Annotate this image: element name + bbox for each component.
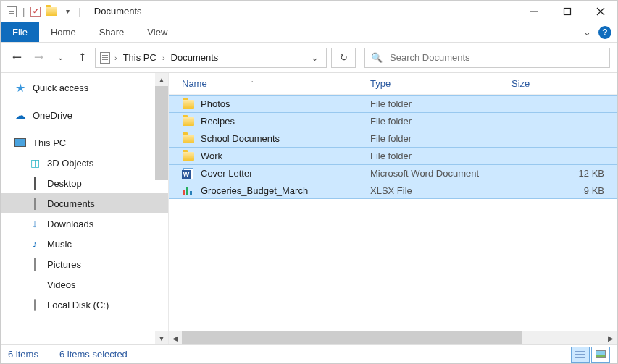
cube-icon: ◫ bbox=[30, 157, 40, 169]
status-item-count: 6 items bbox=[8, 349, 38, 360]
monitor-icon bbox=[34, 178, 36, 189]
file-name: Photos bbox=[201, 98, 230, 109]
sidebar-item[interactable]: Videos bbox=[1, 274, 168, 295]
back-button[interactable]: 🠔 bbox=[8, 49, 25, 67]
sidebar-label: Documents bbox=[47, 198, 95, 209]
chart-icon bbox=[182, 184, 195, 197]
page-icon bbox=[5, 5, 18, 18]
title-bar: | ✔ ▾ | Documents bbox=[1, 1, 617, 22]
up-button[interactable]: 🠕 bbox=[73, 49, 91, 67]
tab-view[interactable]: View bbox=[135, 22, 179, 42]
chevron-down-icon[interactable]: ⌄ bbox=[583, 27, 591, 38]
svg-rect-1 bbox=[564, 8, 571, 14]
chevron-right-icon[interactable]: › bbox=[114, 54, 117, 62]
sidebar-item[interactable]: ♪Music bbox=[1, 234, 168, 254]
file-name: Groceries_Budget_March bbox=[201, 185, 308, 196]
address-dropdown[interactable]: ⌄ bbox=[306, 52, 323, 63]
search-box[interactable]: 🔍 bbox=[364, 48, 610, 68]
file-row[interactable]: Recipes File folder bbox=[169, 112, 617, 130]
address-bar[interactable]: › This PC › Documents ⌄ bbox=[95, 48, 327, 68]
file-name: School Documents bbox=[201, 133, 280, 144]
minimize-button[interactable] bbox=[517, 1, 551, 22]
disk-icon bbox=[34, 300, 36, 310]
file-type: File folder bbox=[370, 133, 511, 144]
sidebar-item[interactable]: Pictures bbox=[1, 254, 168, 274]
file-row[interactable]: Cover Letter Microsoft Word Document 12 … bbox=[169, 164, 617, 182]
recent-dropdown[interactable]: ⌄ bbox=[51, 49, 69, 67]
file-list-pane: Name ˄ Type Size Photos File folder Reci… bbox=[169, 73, 617, 344]
checkbox-icon[interactable]: ✔ bbox=[29, 5, 42, 18]
sidebar-label: 3D Objects bbox=[47, 158, 93, 169]
sidebar-item[interactable]: ↓Downloads bbox=[1, 213, 168, 234]
forward-button[interactable]: 🠖 bbox=[30, 49, 47, 67]
sidebar-item[interactable]: ◫3D Objects bbox=[1, 153, 168, 173]
breadcrumb-item[interactable]: This PC bbox=[120, 52, 159, 63]
sidebar-item[interactable]: Desktop bbox=[1, 173, 168, 193]
sidebar-onedrive[interactable]: ☁ OneDrive bbox=[1, 105, 168, 125]
breadcrumb-item[interactable]: Documents bbox=[168, 52, 222, 63]
scroll-right-button[interactable]: ▶ bbox=[604, 331, 617, 344]
sidebar-label: Local Disk (C:) bbox=[47, 300, 109, 310]
thumbnails-view-button[interactable] bbox=[591, 347, 610, 363]
column-type-header[interactable]: Type bbox=[370, 78, 511, 89]
folder-icon bbox=[45, 5, 58, 18]
file-type: File folder bbox=[370, 116, 511, 127]
file-row[interactable]: Groceries_Budget_March XLSX File 9 KB bbox=[169, 182, 617, 199]
download-icon: ↓ bbox=[33, 218, 38, 229]
sidebar-label: Desktop bbox=[47, 178, 82, 189]
scrollbar-thumb[interactable] bbox=[155, 86, 168, 180]
chevron-down-icon[interactable]: ▾ bbox=[61, 5, 74, 18]
scrollbar-track[interactable] bbox=[182, 331, 604, 344]
scroll-up-button[interactable]: ▲ bbox=[155, 73, 168, 86]
picture-icon bbox=[34, 259, 36, 270]
file-size: 9 KB bbox=[511, 185, 617, 196]
ribbon: File Home Share View ⌄ ? bbox=[1, 22, 617, 43]
help-button[interactable]: ? bbox=[598, 26, 611, 39]
file-name: Cover Letter bbox=[201, 168, 253, 179]
sidebar-label: Quick access bbox=[33, 82, 88, 93]
close-button[interactable] bbox=[584, 1, 617, 22]
sidebar-quick-access[interactable]: ★ Quick access bbox=[1, 77, 168, 98]
navigation-pane: ▲ ▼ ★ Quick access ☁ OneDrive This PC ◫3… bbox=[1, 73, 169, 344]
search-input[interactable] bbox=[390, 52, 604, 63]
scroll-down-button[interactable]: ▼ bbox=[155, 331, 168, 344]
file-name: Recipes bbox=[201, 116, 235, 127]
star-icon: ★ bbox=[14, 81, 27, 94]
column-name-header[interactable]: Name ˄ bbox=[182, 78, 370, 89]
refresh-button[interactable]: ↻ bbox=[331, 48, 356, 68]
sidebar-label: Pictures bbox=[47, 259, 81, 270]
folder-icon bbox=[182, 150, 195, 163]
tab-share[interactable]: Share bbox=[88, 22, 136, 42]
scroll-left-button[interactable]: ◀ bbox=[169, 331, 182, 344]
sidebar-item[interactable]: Local Disk (C:) bbox=[1, 295, 168, 315]
details-view-button[interactable] bbox=[571, 347, 590, 363]
window-title: Documents bbox=[94, 6, 142, 17]
sidebar-item[interactable]: Documents bbox=[1, 193, 168, 213]
folder-icon bbox=[182, 132, 195, 145]
folder-icon bbox=[182, 115, 195, 128]
tab-home[interactable]: Home bbox=[39, 22, 88, 42]
column-size-header[interactable]: Size bbox=[511, 78, 530, 89]
sidebar-label: Videos bbox=[47, 279, 76, 290]
cloud-icon: ☁ bbox=[14, 109, 27, 122]
chevron-right-icon[interactable]: › bbox=[162, 54, 165, 62]
pc-icon bbox=[14, 136, 27, 149]
scrollbar-thumb[interactable] bbox=[182, 331, 522, 344]
file-type: File folder bbox=[370, 151, 511, 161]
file-type: XLSX File bbox=[370, 185, 511, 196]
maximize-button[interactable] bbox=[551, 1, 584, 22]
column-label: Name bbox=[182, 78, 207, 89]
file-type: File folder bbox=[370, 98, 511, 109]
tab-file[interactable]: File bbox=[1, 22, 39, 42]
word-icon bbox=[182, 167, 195, 180]
search-icon: 🔍 bbox=[371, 52, 383, 63]
status-selection-count: 6 items selected bbox=[59, 349, 128, 360]
file-row[interactable]: Photos File folder bbox=[169, 95, 617, 112]
file-type: Microsoft Word Document bbox=[370, 168, 511, 179]
column-headers: Name ˄ Type Size bbox=[169, 73, 617, 95]
file-size: 12 KB bbox=[511, 168, 617, 179]
file-row[interactable]: School Documents File folder bbox=[169, 130, 617, 147]
sidebar-label: Music bbox=[47, 239, 72, 250]
file-row[interactable]: Work File folder bbox=[169, 147, 617, 164]
sidebar-this-pc[interactable]: This PC bbox=[1, 132, 168, 153]
